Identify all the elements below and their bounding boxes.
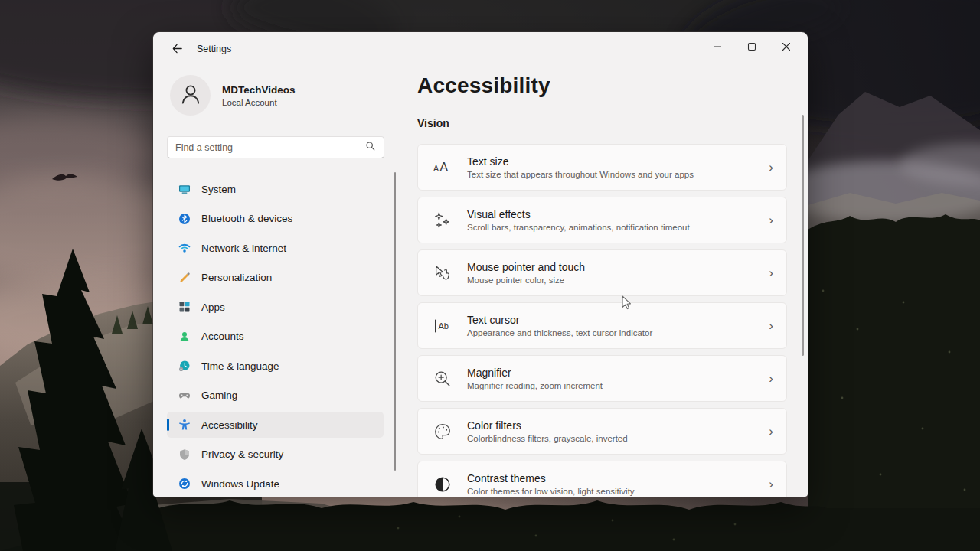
time-icon (178, 360, 191, 372)
person-icon (177, 80, 204, 111)
card-magnifier[interactable]: Magnifier Magnifier reading, zoom increm… (417, 355, 787, 402)
sidebar-item-apps[interactable]: Apps (167, 294, 384, 320)
accessibility-icon (178, 419, 191, 431)
sidebar-nav: System Bluetooth & devices Network & int… (167, 176, 384, 497)
section-label-vision: Vision (417, 117, 449, 129)
settings-window: Settings MDTechVideos Local Account S (153, 32, 808, 497)
text-size-icon: AA (418, 157, 467, 178)
mouse-pointer-icon (418, 263, 467, 283)
contrast-themes-icon (418, 474, 467, 494)
card-contrast-themes[interactable]: Contrast themes Color themes for low vis… (417, 461, 787, 497)
personalization-icon (178, 272, 191, 284)
card-mouse-pointer-and-touch[interactable]: Mouse pointer and touch Mouse pointer co… (417, 249, 787, 296)
visual-effects-icon (418, 210, 467, 230)
search-box (167, 136, 384, 158)
privacy-icon (178, 448, 191, 461)
svg-text:A: A (439, 160, 448, 174)
sidebar-item-gaming[interactable]: Gaming (167, 383, 384, 409)
svg-text:A: A (433, 164, 439, 173)
back-arrow-icon (172, 43, 183, 57)
card-visual-effects[interactable]: Visual effects Scroll bars, transparency… (417, 197, 787, 243)
account-subtitle: Local Account (222, 98, 296, 107)
text-cursor-icon: Ab (418, 316, 467, 336)
sidebar-item-privacy-security[interactable]: Privacy & security (167, 442, 384, 468)
sidebar-item-network-internet[interactable]: Network & internet (167, 235, 384, 261)
card-text-size[interactable]: AA Text size Text size that appears thro… (417, 144, 787, 191)
desktop: Settings MDTechVideos Local Account S (0, 0, 980, 551)
apps-icon (178, 301, 191, 313)
avatar (170, 75, 211, 116)
chevron-right-icon: › (769, 214, 773, 227)
sidebar-item-accounts[interactable]: Accounts (167, 324, 384, 350)
sidebar-item-windows-update[interactable]: Windows Update (167, 471, 384, 497)
close-icon (782, 41, 791, 54)
chevron-right-icon: › (769, 372, 773, 385)
chevron-right-icon: › (769, 161, 773, 174)
chevron-right-icon: › (769, 319, 773, 332)
sidebar-scrollbar[interactable] (394, 172, 396, 471)
window-title: Settings (197, 44, 231, 54)
maximize-icon (747, 41, 756, 54)
sidebar-item-personalization[interactable]: Personalization (167, 265, 384, 291)
back-button[interactable] (164, 40, 190, 60)
accounts-icon (178, 331, 191, 343)
sidebar-item-bluetooth-devices[interactable]: Bluetooth & devices (167, 206, 384, 232)
gaming-icon (178, 390, 191, 402)
page-title: Accessibility (417, 73, 550, 98)
search-icon (365, 141, 376, 155)
settings-cards: AA Text size Text size that appears thro… (417, 144, 787, 497)
chevron-right-icon: › (769, 478, 773, 491)
window-controls (700, 35, 803, 60)
account-name: MDTechVideos (222, 84, 296, 96)
card-color-filters[interactable]: Color filters Colorblindness filters, gr… (417, 408, 787, 455)
search-input[interactable] (175, 142, 365, 153)
maximize-button[interactable] (734, 35, 769, 60)
sidebar-item-time-language[interactable]: Time & language (167, 353, 384, 379)
card-text-cursor[interactable]: Ab Text cursor Appearance and thickness,… (417, 302, 787, 349)
chevron-right-icon: › (769, 425, 773, 438)
minimize-icon (713, 41, 722, 54)
sidebar-item-system[interactable]: System (167, 176, 384, 202)
minimize-button[interactable] (700, 35, 734, 60)
svg-text:Ab: Ab (438, 321, 449, 331)
magnifier-icon (418, 369, 467, 389)
network-icon (178, 242, 191, 254)
content-scrollbar[interactable] (802, 115, 804, 356)
close-button[interactable] (769, 35, 803, 60)
chevron-right-icon: › (769, 266, 773, 279)
update-icon (178, 478, 191, 490)
mouse-cursor-icon (622, 295, 635, 312)
bluetooth-icon (178, 213, 191, 225)
account-summary[interactable]: MDTechVideos Local Account (170, 75, 296, 116)
system-icon (178, 183, 191, 195)
color-filters-icon (418, 422, 467, 442)
sidebar-item-accessibility[interactable]: Accessibility (167, 412, 384, 438)
